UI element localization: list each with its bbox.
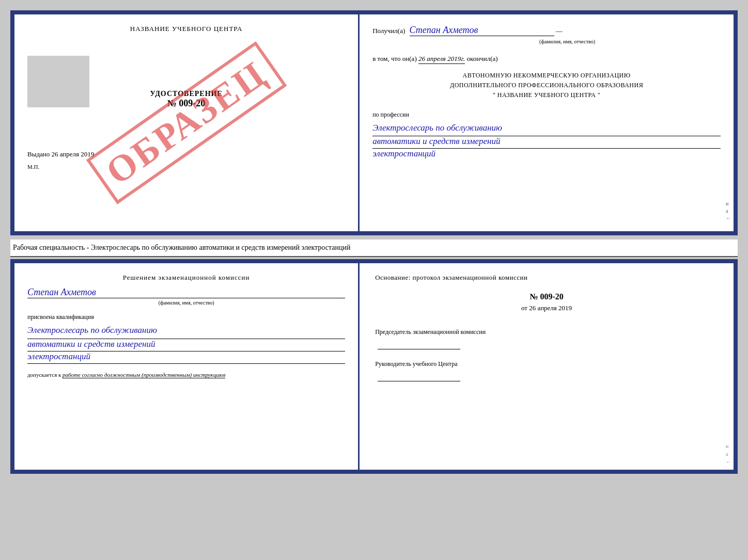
profession-line2: автоматики и средств измерений: [372, 136, 721, 149]
chairman-signature-line: [378, 339, 460, 349]
received-line: Получил(а) Степан Ахметов —: [372, 25, 721, 36]
obrazec-stamp: ОБРАЗЕЦ: [86, 41, 286, 204]
date-line: в том, что он(а) 26 апреля 2019г. окончи…: [372, 55, 721, 63]
page-wrapper: НАЗВАНИЕ УЧЕБНОГО ЦЕНТРА УДОСТОВЕРЕНИЕ №…: [10, 10, 738, 474]
admitted-work: работе согласно должностным (производств…: [63, 372, 225, 378]
side-marks-top: и а ←: [726, 14, 731, 231]
photo-placeholder: [27, 56, 89, 107]
bottom-document: Решением экзаменационной комиссии Степан…: [10, 259, 738, 474]
cert-center-title: НАЗВАНИЕ УЧЕБНОГО ЦЕНТРА: [27, 25, 345, 33]
date-value: 26 апреля 2019г.: [418, 55, 465, 64]
right-panel: Получил(а) Степан Ахметов — (фамилия, им…: [360, 14, 734, 231]
specialty-text: Рабочая специальность - Электрослесарь п…: [10, 239, 738, 257]
date-prefix: в том, что он(а): [372, 55, 417, 62]
basis-title: Основание: протокол экзаменационной коми…: [375, 274, 718, 282]
chairman-label: Председатель экзаменационной комиссии: [375, 328, 718, 337]
protocol-date: от 26 апреля 2019: [375, 304, 718, 312]
left-panel: НАЗВАНИЕ УЧЕБНОГО ЦЕНТРА УДОСТОВЕРЕНИЕ №…: [14, 14, 360, 231]
director-block: Руководитель учебного Центра: [375, 360, 718, 381]
org-line3: " НАЗВАНИЕ УЧЕБНОГО ЦЕНТРА ": [372, 90, 721, 100]
admitted-label: допускается к: [27, 372, 61, 378]
qualification-label: присвоена квалификация: [27, 313, 345, 321]
director-signature-line: [378, 371, 460, 381]
received-label: Получил(а): [372, 27, 405, 35]
protocol-date-value: 26 апреля 2019: [529, 304, 572, 312]
bottom-left: Решением экзаменационной комиссии Степан…: [14, 263, 360, 470]
issued-date: 26 апреля 2019: [52, 150, 95, 158]
admitted-text: допускается к работе согласно должностны…: [27, 372, 345, 378]
received-name: Степан Ахметов: [410, 25, 554, 36]
profession-label: по профессии: [372, 111, 721, 119]
bottom-right: Основание: протокол экзаменационной коми…: [360, 263, 734, 470]
org-line2: ДОПОЛНИТЕЛЬНОГО ПРОФЕССИОНАЛЬНОГО ОБРАЗО…: [372, 81, 721, 90]
decision-title: Решением экзаменационной комиссии: [27, 274, 345, 282]
qualification-line3: электростанций: [27, 351, 345, 364]
profession-line3: электростанций: [372, 149, 721, 161]
chairman-block: Председатель экзаменационной комиссии: [375, 328, 718, 349]
right-deco-bottom: и а ←: [726, 263, 731, 470]
decision-name-hint: (фамилия, имя, отчество): [27, 300, 345, 306]
protocol-date-prefix: от: [521, 304, 527, 312]
qualification-line1: Электрослесарь по обслуживанию: [27, 324, 345, 339]
qualification-line2: автоматики и средств измерений: [27, 339, 345, 351]
org-block: АВТОНОМНУЮ НЕКОММЕРЧЕСКУЮ ОРГАНИЗАЦИЮ ДО…: [372, 71, 721, 101]
profession-line1: Электрослесарь по обслуживанию: [372, 121, 721, 137]
cert-issued: Выдано 26 апреля 2019: [27, 150, 345, 158]
decision-name: Степан Ахметов: [27, 287, 345, 298]
top-document: НАЗВАНИЕ УЧЕБНОГО ЦЕНТРА УДОСТОВЕРЕНИЕ №…: [10, 10, 738, 235]
issued-label: Выдано: [27, 150, 50, 158]
director-label: Руководитель учебного Центра: [375, 360, 718, 369]
cert-stamp: М.П.: [27, 164, 345, 170]
received-name-hint: (фамилия, имя, отчество): [414, 39, 721, 44]
org-line1: АВТОНОМНУЮ НЕКОММЕРЧЕСКУЮ ОРГАНИЗАЦИЮ: [372, 71, 721, 81]
protocol-number: № 009-20: [375, 292, 718, 301]
date-suffix: окончил(а): [467, 55, 498, 62]
